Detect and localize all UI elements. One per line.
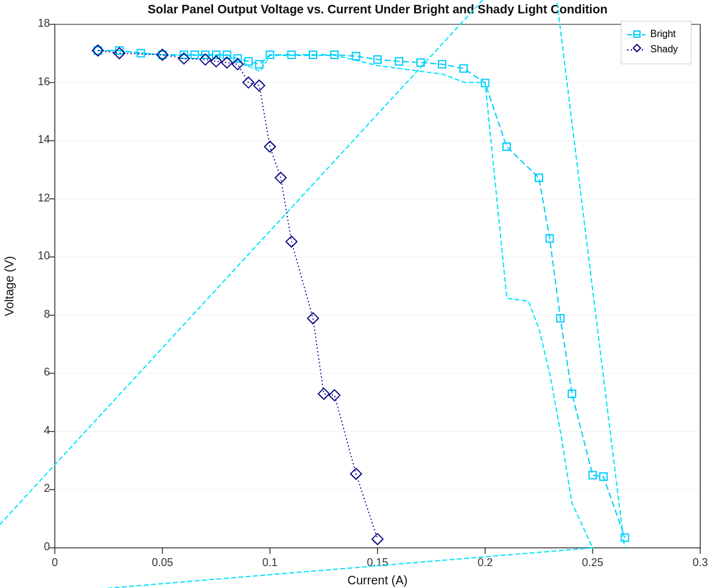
chart-container: 0 2 4 6 8 10 12 14 16 18 0 0.05 0.1 0.15…	[0, 0, 724, 588]
svg-text:0.05: 0.05	[152, 556, 173, 569]
svg-text:0.1: 0.1	[262, 556, 278, 569]
x-axis-label: Current (A)	[348, 573, 408, 587]
y-axis-label: Voltage (V)	[2, 256, 16, 317]
chart-title: Solar Panel Output Voltage vs. Current U…	[147, 2, 607, 16]
svg-text:6: 6	[44, 366, 50, 378]
svg-text:0.3: 0.3	[692, 556, 708, 569]
plot-area	[55, 24, 700, 548]
svg-text:12: 12	[38, 192, 50, 204]
svg-text:10: 10	[38, 250, 50, 262]
legend-bright-label: Bright	[650, 29, 676, 39]
svg-text:0.25: 0.25	[582, 556, 603, 569]
svg-text:18: 18	[38, 17, 50, 29]
svg-text:0.2: 0.2	[477, 556, 493, 569]
svg-text:2: 2	[44, 482, 50, 494]
svg-text:0: 0	[52, 556, 58, 569]
svg-text:0: 0	[44, 541, 50, 553]
legend-shady-label: Shady	[650, 44, 678, 54]
svg-text:8: 8	[44, 308, 50, 320]
svg-text:4: 4	[44, 424, 50, 436]
legend-box	[621, 21, 691, 64]
svg-text:16: 16	[38, 75, 50, 88]
svg-text:14: 14	[38, 133, 50, 145]
